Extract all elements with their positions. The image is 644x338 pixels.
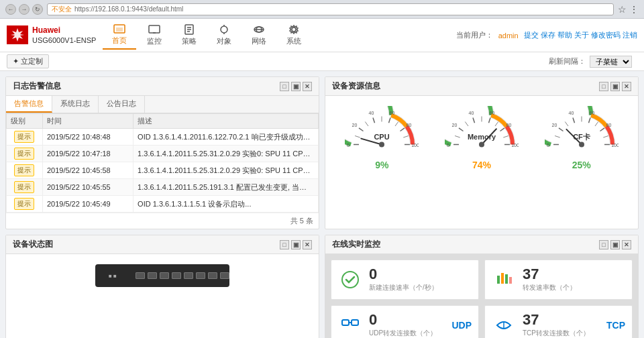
log-time: 2019/5/22 10:45:55	[42, 179, 133, 196]
svg-point-53	[479, 142, 484, 148]
monitor-card-label: UDP	[451, 320, 472, 331]
log-level: 提示	[7, 129, 43, 146]
refresh-button[interactable]: ↻	[32, 4, 43, 15]
table-row: 提示 2019/5/22 10:45:55 1.3.6.1.4.1.2011.5…	[7, 179, 319, 196]
help-link[interactable]: 帮助	[557, 31, 572, 39]
gauge-value: 9%	[375, 160, 388, 170]
main-toolbar: ✦ 立定制 刷新间隔： 子菜链	[0, 52, 644, 71]
app-header: Huawei USG6000V1-ENSP 首页 监控 策略 对象 网络 系统	[0, 19, 644, 52]
log-action-3[interactable]: ✕	[303, 82, 312, 91]
monitor-action-3[interactable]: ✕	[622, 240, 631, 249]
log-action-1[interactable]: □	[280, 82, 289, 91]
menu-icon[interactable]: ⋮	[629, 4, 639, 15]
svg-line-44	[503, 136, 508, 138]
level-badge: 提示	[14, 131, 34, 143]
device-port	[136, 272, 145, 279]
monitor-action-1[interactable]: □	[599, 240, 608, 249]
table-row: 提示 2019/5/22 10:45:58 1.3.6.1.4.1.2011.5…	[7, 162, 319, 179]
nav-monitor[interactable]: 监控	[138, 21, 171, 49]
log-tab-system[interactable]: 系统日志	[52, 96, 99, 113]
browser-bar: ← → ↻ 不安全 https://192.168.0.1:9443/defau…	[0, 0, 644, 19]
nav-object[interactable]: 对象	[207, 21, 241, 49]
svg-line-56	[555, 136, 560, 138]
col-time: 时间	[42, 114, 133, 129]
level-badge: 提示	[14, 148, 34, 160]
level-badge: 提示	[14, 164, 34, 176]
resource-action-2[interactable]: ▣	[610, 82, 620, 91]
log-time: 2019/5/22 10:48:48	[42, 129, 133, 146]
device-port	[160, 272, 169, 279]
device-action-3[interactable]: ✕	[303, 240, 312, 249]
monitor-card: 0 UDP转发连接数（个） UDP	[331, 305, 479, 338]
star-icon[interactable]: ☆	[618, 4, 627, 15]
svg-text:60: 60	[490, 111, 495, 115]
svg-line-18	[366, 122, 369, 127]
svg-text:CPU: CPU	[374, 133, 390, 141]
change-pwd-link[interactable]: 修改密码	[591, 31, 621, 39]
device-box: ■ ■	[95, 264, 229, 287]
svg-text:CF卡: CF卡	[573, 133, 591, 141]
svg-line-57	[559, 128, 564, 131]
nav-network[interactable]: 网络	[242, 21, 276, 49]
log-desc: 1.3.6.1.4.1.2011.5.25.31.2.0.29 实验0: SPU…	[133, 146, 319, 162]
device-panel-actions: □ ▣ ✕	[280, 240, 312, 249]
device-action-1[interactable]: □	[280, 240, 289, 249]
brand-text: Huawei USG6000V1-ENSP	[32, 25, 96, 46]
svg-rect-2	[149, 25, 160, 33]
forward-button[interactable]: →	[19, 4, 30, 15]
nav-home[interactable]: 首页	[103, 21, 136, 50]
save-link[interactable]: 保存	[541, 31, 555, 39]
url-text: https://192.168.0.1:9443/default.html	[74, 5, 183, 13]
monitor-action-2[interactable]: ▣	[610, 240, 620, 249]
log-tab-notice[interactable]: 公告日志	[99, 96, 145, 113]
log-action-2[interactable]: ▣	[291, 82, 301, 91]
monitor-card: 0 新建连接速率（个/秒）	[331, 260, 479, 300]
svg-text:40: 40	[568, 111, 574, 115]
nav-system[interactable]: 系统	[277, 21, 311, 49]
logout-link[interactable]: 注销	[623, 31, 637, 39]
gauge-item: 020406080100 Memory 74%	[445, 106, 519, 170]
log-time: 2019/5/22 10:47:18	[42, 146, 133, 162]
svg-point-73	[579, 142, 584, 148]
customize-button[interactable]: ✦ 立定制	[7, 54, 49, 68]
monitor-card-label: TCP	[606, 320, 625, 331]
svg-point-33	[379, 142, 384, 148]
monitor-card: 37 TCP转发连接数（个） TCP	[484, 305, 633, 338]
log-tab-alerts[interactable]: 告警信息	[6, 96, 52, 113]
monitor-count: 37	[523, 313, 600, 327]
nav-policy[interactable]: 策略	[172, 21, 206, 49]
address-bar[interactable]: 不安全 https://192.168.0.1:9443/default.htm…	[47, 3, 614, 15]
refresh-select[interactable]: 子菜链	[590, 56, 632, 68]
device-action-2[interactable]: ▣	[291, 240, 301, 249]
svg-line-64	[603, 136, 608, 138]
resource-panel-title: 设备资源信息	[332, 80, 599, 92]
monitor-panel-actions: □ ▣ ✕	[599, 240, 631, 249]
svg-point-14	[292, 27, 296, 32]
monitor-icon-udp	[338, 313, 362, 337]
device-visual: ■ ■	[6, 254, 319, 297]
svg-text:20: 20	[352, 123, 358, 127]
resource-action-3[interactable]: ✕	[622, 82, 631, 91]
log-table-wrapper: 级别 时间 描述 提示 2019/5/22 10:48:48 OID 1.3.6…	[6, 113, 319, 213]
svg-line-59	[573, 118, 575, 123]
submit-link[interactable]: 提交	[524, 31, 539, 39]
svg-line-17	[359, 128, 364, 131]
about-link[interactable]: 关于	[574, 31, 589, 39]
svg-point-75	[342, 272, 358, 288]
svg-rect-1	[116, 27, 123, 32]
svg-point-8	[221, 26, 227, 33]
resource-action-1[interactable]: □	[599, 82, 608, 91]
main-content: 日志告警信息 □ ▣ ✕ 告警信息 系统日志 公告日志 级别 时间 描述	[0, 71, 644, 338]
svg-line-16	[355, 136, 360, 138]
device-panel-title: 设备状态图	[13, 239, 280, 250]
svg-text:80: 80	[606, 123, 611, 127]
monitor-icon-tcp	[492, 313, 516, 337]
col-level: 级别	[7, 114, 43, 129]
svg-line-37	[459, 128, 464, 131]
monitor-grid: 0 新建连接速率（个/秒） 37 转发速率数（个） 0 UDP转发连接数（个） …	[325, 254, 638, 338]
svg-line-19	[373, 118, 375, 123]
svg-line-63	[600, 128, 604, 131]
log-tabs: 告警信息 系统日志 公告日志	[6, 96, 319, 113]
back-button[interactable]: ←	[5, 4, 16, 15]
svg-text:0: 0	[447, 143, 449, 148]
